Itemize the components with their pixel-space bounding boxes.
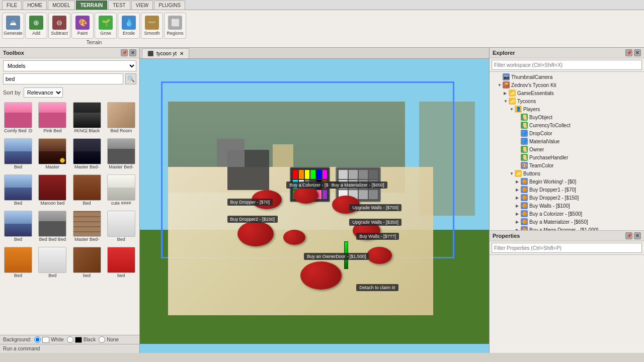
model-item[interactable]: Bed — [71, 173, 103, 207]
tree-item-owner[interactable]: 📜 Owner — [490, 145, 644, 153]
tree-item-buy-dropper1[interactable]: ▶ 🔶 Buy Dropper1 - [$70] — [490, 186, 644, 194]
model-label: Bed — [14, 201, 22, 206]
toolbar: ⛰ Generate ⊕ Add ⊖ Subtract 🎨 Paint 🌱 Gr… — [0, 10, 644, 48]
smooth-button[interactable]: 〰 Smooth — [141, 13, 163, 39]
toolbox-input-row: 🔍 — [0, 73, 139, 86]
toolbox-panel: Toolbox 📌 ✕ Models Decals Meshes 🔍 Sort … — [0, 48, 140, 353]
tree-item-players[interactable]: ▼ 👤 Players — [490, 105, 644, 113]
model-item[interactable]: Bed — [2, 137, 34, 171]
tree-item-dropcolor[interactable]: 🔷 DropColor — [490, 129, 644, 137]
model-item[interactable]: cute #### — [105, 173, 137, 207]
model-label: Bed — [83, 201, 91, 206]
model-item[interactable]: Bed Room — [105, 101, 137, 135]
explorer-filter-input[interactable] — [492, 60, 642, 70]
scene-background: Buy a Colorizer - [$500] Buy a Materiali… — [140, 59, 489, 344]
model-item[interactable]: Master Bed- — [105, 137, 137, 171]
add-button[interactable]: ⊕ Add — [25, 13, 47, 39]
bg-black-option[interactable]: Black — [67, 336, 96, 343]
object-icon: 🔷 — [521, 130, 528, 137]
bg-white-option[interactable]: White — [34, 336, 64, 343]
folder-icon: 📁 — [515, 170, 522, 177]
search-button[interactable]: 🔍 — [125, 73, 136, 84]
model-item[interactable]: Pink Bed — [36, 101, 68, 135]
viewport-tab[interactable]: ⬛ tycoon yt ✕ — [142, 48, 189, 58]
tree-item-begin-working[interactable]: ▶ 🔶 Begin Working! - [$0] — [490, 177, 644, 186]
tab-model[interactable]: MODEL — [48, 1, 75, 10]
command-bar: Run a command — [0, 344, 139, 353]
tab-terrain[interactable]: TERRAIN — [76, 1, 107, 10]
model-item[interactable]: Master Bed- — [71, 209, 103, 243]
viewport-canvas[interactable]: Buy a Colorizer - [$500] Buy a Materiali… — [140, 59, 489, 344]
model-label: cute #### — [111, 201, 131, 206]
tree-item-buy-mega-dropper[interactable]: ▶ 🔶 Buy a Mega Dropper - [$1,000] — [490, 226, 644, 230]
tree-item-buy-dropper2[interactable]: ▶ 🔶 Buy Dropper2 - [$150] — [490, 194, 644, 202]
properties-pin-btn[interactable]: 📌 — [625, 232, 632, 239]
upgrade-walls2-popup: Upgrade Walls - [$350] — [349, 219, 401, 226]
tree-item-tycoons[interactable]: ▼ 📁 Tycoons — [490, 97, 644, 105]
model-item[interactable]: Master Bed- — [71, 137, 103, 171]
tab-test[interactable]: TEST — [108, 1, 130, 10]
script-icon: 📜 — [521, 114, 528, 121]
tree-item-buyobject[interactable]: 📜 BuyObject — [490, 113, 644, 121]
regions-button[interactable]: ⬜ Regions — [164, 13, 186, 39]
grow-button[interactable]: 🌱 Grow — [95, 13, 117, 39]
explorer-filter-row — [490, 58, 644, 72]
tree-item-buy-colorizer[interactable]: ▶ 🔶 Buy a Colorizer - [$500] — [490, 210, 644, 218]
model-item[interactable]: Bed — [105, 209, 137, 243]
tree-item-currencytocollect[interactable]: 📜 CurrencyToCollect — [490, 121, 644, 129]
bg-none-option[interactable]: None — [99, 336, 119, 343]
tree-item-tycoonkit[interactable]: ▼ 📦 Zednov's Tycoon Kit — [490, 81, 644, 89]
search-input[interactable] — [3, 73, 123, 84]
tab-plugins[interactable]: PLUGINS — [154, 1, 185, 10]
subtract-button[interactable]: ⊖ Subtract — [48, 13, 70, 39]
properties-header: Properties 📌 ✕ — [490, 231, 644, 241]
model-item[interactable]: Master — [36, 137, 68, 171]
folder-icon: 📁 — [509, 98, 516, 105]
tree-item-thumbnailcamera[interactable]: 📷 ThumbnailCamera — [490, 73, 644, 81]
explorer-pin-btn[interactable]: 📌 — [625, 49, 632, 56]
explorer-panel: Explorer 📌 ✕ 📷 ThumbnailCamera — [489, 48, 644, 353]
tab-home[interactable]: HOME — [23, 1, 47, 10]
tree-item-materialvalue[interactable]: 🔷 MaterialValue — [490, 137, 644, 145]
script-icon: 📜 — [521, 122, 528, 129]
model-label: Bed — [14, 164, 22, 169]
viewport[interactable]: ⬛ tycoon yt ✕ — [140, 48, 489, 353]
tree-item-gameessentials[interactable]: ▶ 📁 GameEssentials — [490, 89, 644, 97]
properties-close-btn[interactable]: ✕ — [634, 232, 641, 239]
model-item[interactable]: Bed — [2, 173, 34, 207]
properties-filter-input[interactable] — [492, 243, 642, 253]
object-icon: 🔶 — [521, 186, 528, 193]
paint-button[interactable]: 🎨 Paint — [71, 13, 94, 39]
model-item[interactable]: Maroon bed — [36, 173, 68, 207]
model-item[interactable]: Bed — [36, 245, 68, 280]
model-item[interactable]: Bed — [2, 209, 34, 243]
tree-item-buy-walls[interactable]: ▶ 🔶 Buy Walls - [$100] — [490, 202, 644, 210]
model-item[interactable]: Bed — [2, 245, 34, 280]
model-item[interactable]: bed — [71, 245, 103, 280]
explorer-close-btn[interactable]: ✕ — [634, 49, 641, 56]
model-label: Bed — [48, 273, 56, 278]
sort-select[interactable]: Relevance Name Updated — [24, 87, 63, 98]
toolbox-pin-btn[interactable]: 📌 — [121, 49, 128, 56]
tree-item-buttons[interactable]: ▼ 📁 Buttons — [490, 169, 644, 177]
model-label: Bed Bed Bed — [39, 237, 66, 242]
tab-file[interactable]: FILE — [2, 1, 22, 10]
model-thumb — [73, 211, 101, 237]
viewport-tab-close[interactable]: ✕ — [180, 51, 184, 56]
generate-button[interactable]: ⛰ Generate — [2, 13, 24, 39]
model-label: Master — [46, 164, 60, 169]
explorer-tree-section: Explorer 📌 ✕ 📷 ThumbnailCamera — [490, 48, 644, 231]
model-item[interactable]: #KNG| Black — [71, 101, 103, 135]
tree-item-buy-materializer[interactable]: ▶ 🔶 Buy a Materializer - [$650] — [490, 218, 644, 226]
tab-view[interactable]: VIEW — [131, 1, 153, 10]
category-select[interactable]: Models Decals Meshes — [3, 60, 136, 71]
model-thumb — [4, 211, 32, 237]
model-item[interactable]: Comfy Bed :D — [2, 101, 34, 135]
tree-item-teamcolor[interactable]: 🎨 TeamColor — [490, 161, 644, 169]
toolbox-close-btn[interactable]: ✕ — [129, 49, 136, 56]
tree-item-purchasehandler[interactable]: 📜 PurchaseHandler — [490, 153, 644, 161]
model-item[interactable]: Bed Bed Bed — [36, 209, 68, 243]
properties-panel: Properties 📌 ✕ — [490, 231, 644, 353]
model-item[interactable]: bed — [105, 245, 137, 280]
erode-button[interactable]: 💧 Erode — [118, 13, 140, 39]
